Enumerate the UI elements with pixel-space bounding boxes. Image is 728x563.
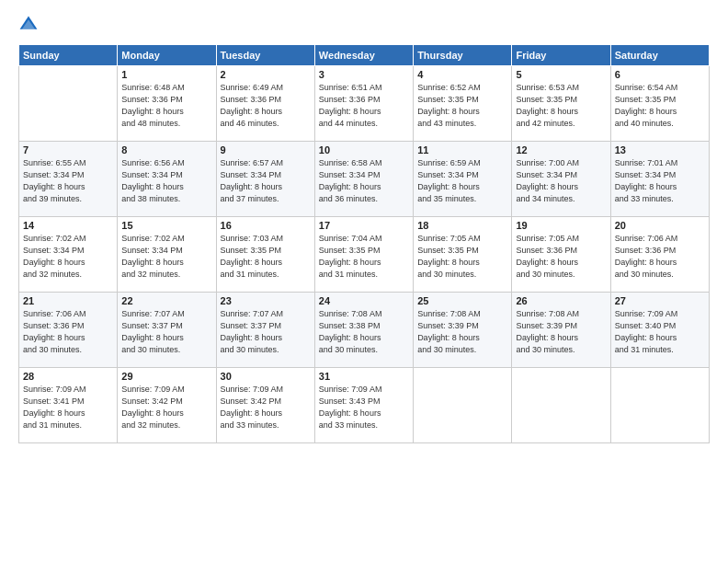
day-detail: Sunrise: 7:08 AM Sunset: 3:38 PM Dayligh… [319, 308, 409, 356]
calendar-cell: 9Sunrise: 6:57 AM Sunset: 3:34 PM Daylig… [216, 142, 314, 217]
day-number: 18 [417, 220, 507, 231]
day-number: 3 [319, 69, 409, 80]
day-detail: Sunrise: 6:52 AM Sunset: 3:35 PM Dayligh… [417, 82, 507, 130]
day-number: 25 [417, 295, 507, 306]
day-number: 9 [221, 144, 311, 155]
day-number: 17 [319, 220, 409, 231]
day-number: 15 [121, 220, 211, 231]
day-detail: Sunrise: 6:59 AM Sunset: 3:34 PM Dayligh… [417, 157, 507, 205]
calendar-cell: 11Sunrise: 6:59 AM Sunset: 3:34 PM Dayli… [414, 142, 512, 217]
calendar-cell: 22Sunrise: 7:07 AM Sunset: 3:37 PM Dayli… [118, 293, 216, 368]
calendar-cell: 25Sunrise: 7:08 AM Sunset: 3:39 PM Dayli… [414, 293, 512, 368]
day-detail: Sunrise: 6:58 AM Sunset: 3:34 PM Dayligh… [319, 157, 409, 205]
calendar-cell: 8Sunrise: 6:56 AM Sunset: 3:34 PM Daylig… [118, 142, 216, 217]
day-number: 30 [221, 371, 311, 382]
day-number: 19 [516, 220, 606, 231]
calendar-cell [19, 66, 118, 142]
calendar-cell [414, 368, 512, 443]
logo [18, 15, 42, 35]
calendar-cell: 3Sunrise: 6:51 AM Sunset: 3:36 PM Daylig… [314, 66, 413, 142]
day-detail: Sunrise: 7:08 AM Sunset: 3:39 PM Dayligh… [516, 308, 606, 356]
day-number: 16 [221, 220, 311, 231]
day-detail: Sunrise: 7:07 AM Sunset: 3:37 PM Dayligh… [121, 308, 211, 356]
calendar-cell: 16Sunrise: 7:03 AM Sunset: 3:35 PM Dayli… [216, 217, 314, 293]
calendar-cell: 17Sunrise: 7:04 AM Sunset: 3:35 PM Dayli… [314, 217, 413, 293]
calendar-cell: 23Sunrise: 7:07 AM Sunset: 3:37 PM Dayli… [216, 293, 314, 368]
calendar-cell: 19Sunrise: 7:05 AM Sunset: 3:36 PM Dayli… [512, 217, 610, 293]
day-number: 14 [23, 220, 113, 231]
day-header-tuesday: Tuesday [216, 45, 314, 66]
day-number: 6 [615, 69, 705, 80]
calendar-cell: 2Sunrise: 6:49 AM Sunset: 3:36 PM Daylig… [216, 66, 314, 142]
calendar-header-row: SundayMondayTuesdayWednesdayThursdayFrid… [19, 45, 710, 66]
day-number: 21 [23, 295, 113, 306]
week-row-1: 1Sunrise: 6:48 AM Sunset: 3:36 PM Daylig… [19, 66, 710, 142]
calendar-cell: 18Sunrise: 7:05 AM Sunset: 3:35 PM Dayli… [414, 217, 512, 293]
day-detail: Sunrise: 7:09 AM Sunset: 3:40 PM Dayligh… [615, 308, 705, 356]
logo-icon [18, 15, 39, 35]
day-number: 29 [121, 371, 211, 382]
day-number: 12 [516, 144, 606, 155]
day-number: 24 [319, 295, 409, 306]
calendar-cell: 7Sunrise: 6:55 AM Sunset: 3:34 PM Daylig… [19, 142, 118, 217]
calendar-cell [610, 368, 709, 443]
calendar-cell: 1Sunrise: 6:48 AM Sunset: 3:36 PM Daylig… [118, 66, 216, 142]
day-number: 23 [221, 295, 311, 306]
day-detail: Sunrise: 7:06 AM Sunset: 3:36 PM Dayligh… [615, 233, 705, 281]
day-header-thursday: Thursday [414, 45, 512, 66]
day-number: 1 [121, 69, 211, 80]
day-detail: Sunrise: 7:08 AM Sunset: 3:39 PM Dayligh… [417, 308, 507, 356]
calendar-cell: 10Sunrise: 6:58 AM Sunset: 3:34 PM Dayli… [314, 142, 413, 217]
calendar-cell: 5Sunrise: 6:53 AM Sunset: 3:35 PM Daylig… [512, 66, 610, 142]
day-detail: Sunrise: 7:06 AM Sunset: 3:36 PM Dayligh… [23, 308, 113, 356]
day-number: 28 [23, 371, 113, 382]
day-header-friday: Friday [512, 45, 610, 66]
calendar-cell: 28Sunrise: 7:09 AM Sunset: 3:41 PM Dayli… [19, 368, 118, 443]
day-detail: Sunrise: 7:05 AM Sunset: 3:35 PM Dayligh… [417, 233, 507, 281]
day-number: 10 [319, 144, 409, 155]
day-number: 31 [319, 371, 409, 382]
day-detail: Sunrise: 6:48 AM Sunset: 3:36 PM Dayligh… [121, 82, 211, 130]
day-detail: Sunrise: 7:09 AM Sunset: 3:42 PM Dayligh… [121, 384, 211, 431]
day-detail: Sunrise: 6:54 AM Sunset: 3:35 PM Dayligh… [615, 82, 705, 130]
day-detail: Sunrise: 7:04 AM Sunset: 3:35 PM Dayligh… [319, 233, 409, 281]
day-detail: Sunrise: 6:49 AM Sunset: 3:36 PM Dayligh… [221, 82, 311, 130]
week-row-2: 7Sunrise: 6:55 AM Sunset: 3:34 PM Daylig… [19, 142, 710, 217]
calendar-cell [512, 368, 610, 443]
day-header-sunday: Sunday [19, 45, 118, 66]
calendar-cell: 26Sunrise: 7:08 AM Sunset: 3:39 PM Dayli… [512, 293, 610, 368]
calendar-cell: 27Sunrise: 7:09 AM Sunset: 3:40 PM Dayli… [610, 293, 709, 368]
day-number: 2 [221, 69, 311, 80]
week-row-3: 14Sunrise: 7:02 AM Sunset: 3:34 PM Dayli… [19, 217, 710, 293]
day-detail: Sunrise: 7:02 AM Sunset: 3:34 PM Dayligh… [121, 233, 211, 281]
calendar-table: SundayMondayTuesdayWednesdayThursdayFrid… [18, 44, 710, 443]
calendar-cell: 24Sunrise: 7:08 AM Sunset: 3:38 PM Dayli… [314, 293, 413, 368]
day-detail: Sunrise: 7:02 AM Sunset: 3:34 PM Dayligh… [23, 233, 113, 281]
day-number: 11 [417, 144, 507, 155]
day-detail: Sunrise: 6:53 AM Sunset: 3:35 PM Dayligh… [516, 82, 606, 130]
day-number: 26 [516, 295, 606, 306]
day-number: 7 [23, 144, 113, 155]
calendar-cell: 14Sunrise: 7:02 AM Sunset: 3:34 PM Dayli… [19, 217, 118, 293]
day-detail: Sunrise: 7:05 AM Sunset: 3:36 PM Dayligh… [516, 233, 606, 281]
calendar-cell: 20Sunrise: 7:06 AM Sunset: 3:36 PM Dayli… [610, 217, 709, 293]
day-number: 5 [516, 69, 606, 80]
day-detail: Sunrise: 7:01 AM Sunset: 3:34 PM Dayligh… [615, 157, 705, 205]
calendar-cell: 31Sunrise: 7:09 AM Sunset: 3:43 PM Dayli… [314, 368, 413, 443]
page: SundayMondayTuesdayWednesdayThursdayFrid… [0, 0, 728, 563]
day-header-monday: Monday [118, 45, 216, 66]
day-number: 8 [121, 144, 211, 155]
day-number: 4 [417, 69, 507, 80]
week-row-5: 28Sunrise: 7:09 AM Sunset: 3:41 PM Dayli… [19, 368, 710, 443]
day-detail: Sunrise: 7:09 AM Sunset: 3:43 PM Dayligh… [319, 384, 409, 431]
calendar-cell: 4Sunrise: 6:52 AM Sunset: 3:35 PM Daylig… [414, 66, 512, 142]
day-number: 22 [121, 295, 211, 306]
calendar-body: 1Sunrise: 6:48 AM Sunset: 3:36 PM Daylig… [19, 66, 710, 443]
calendar-cell: 6Sunrise: 6:54 AM Sunset: 3:35 PM Daylig… [610, 66, 709, 142]
day-number: 20 [615, 220, 705, 231]
day-detail: Sunrise: 6:57 AM Sunset: 3:34 PM Dayligh… [221, 157, 311, 205]
day-number: 13 [615, 144, 705, 155]
calendar-cell: 29Sunrise: 7:09 AM Sunset: 3:42 PM Dayli… [118, 368, 216, 443]
day-detail: Sunrise: 6:56 AM Sunset: 3:34 PM Dayligh… [121, 157, 211, 205]
day-detail: Sunrise: 7:07 AM Sunset: 3:37 PM Dayligh… [221, 308, 311, 356]
